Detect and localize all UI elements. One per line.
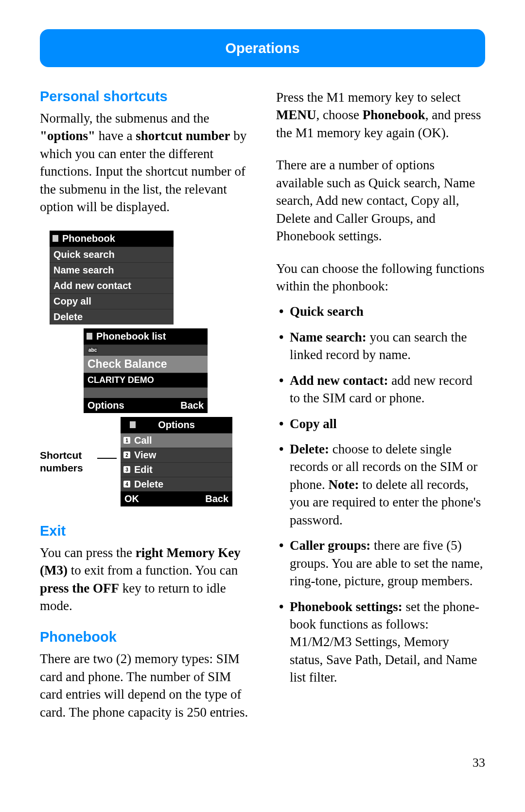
softkeys-bar: Options Back [84,398,208,413]
left-column: Personal shortcuts Normally, the submenu… [40,89,249,736]
para-following-functions: You can choose the following functions w… [276,260,485,295]
heading-personal-shortcuts: Personal shortcuts [40,89,249,105]
screen-title: Phonebook [62,233,115,244]
shortcut-number: 2 [123,451,130,458]
shortcut-number: 4 [123,481,130,487]
option-label: Edit [134,464,153,475]
sim-icon [130,421,136,428]
softkey-right: Back [180,400,204,411]
option-label: Delete [134,479,163,490]
softkey-left: OK [124,493,139,505]
text: , choose [316,108,363,122]
list-item: Delete: choose to delete single records … [276,440,485,529]
input-mode-icon: abc [88,347,98,353]
text: You can press the [40,545,136,560]
list-item: Phonebook settings: set the phone-book f… [276,598,485,686]
menu-item: Name search [50,262,174,278]
softkey-right: Back [205,493,228,505]
softkey-left: Options [88,400,124,411]
feature-list: Quick search Name search: you can search… [276,303,485,686]
text-bold: Phonebook [363,108,425,122]
phone-screen-options: Options 1 Call 2 View 3 Edit [121,417,232,506]
callout-line: numbers [40,462,83,473]
para-exit: You can press the right Memory Key (M3) … [40,544,249,615]
list-item-selected: Check Balance [84,355,208,373]
sim-icon [52,235,58,242]
para-press-m1: Press the M1 memory key to select MENU, … [276,89,485,142]
text-bold: Caller groups: [290,538,370,553]
text-bold: shortcut number [136,128,230,143]
option-row: 3 Edit [121,462,232,477]
list-spacer [84,387,208,398]
right-column: Press the M1 memory key to select MENU, … [276,89,485,736]
text: have a [95,128,136,143]
text-bold: Add new contact: [290,373,388,388]
text-bold: Quick search [290,304,364,319]
text: Normally, the submenus and the [40,111,209,126]
header-title: Operations [225,40,299,56]
list-item: Caller groups: there are five (5) groups… [276,537,485,590]
text-bold: Delete: [290,442,329,456]
page: Operations Personal shortcuts Normally, … [0,0,525,736]
list-item: Add new contact: add new record to the S… [276,372,485,407]
callout-label: Shortcut numbers [40,449,93,473]
screen-title-bar: Phonebook [50,231,174,247]
option-row-selected: 1 Call [121,433,232,448]
phone-screen-phonebook: Phonebook Quick search Name search Add n… [50,231,174,325]
screen-title-bar: Phonebook list [84,328,208,344]
text-bold: MENU [276,108,316,122]
phone-screen-phonebook-list: Phonebook list abc Check Balance CLARITY… [84,328,208,413]
para-options-available: There are a number of options available … [276,156,485,245]
screen-with-callout: Shortcut numbers Options 1 Call [40,417,249,506]
sim-icon [87,333,92,340]
softkeys-bar: OK Back [121,491,232,506]
screen-title: Options [158,419,195,431]
text-bold: Name search: [290,330,367,344]
list-item: Quick search [276,303,485,320]
option-row: 4 Delete [121,477,232,491]
content-columns: Personal shortcuts Normally, the submenu… [40,89,485,736]
option-label: Call [134,435,152,446]
list-item: Name search: you can search the linked r… [276,328,485,364]
list-item: CLARITY DEMO [84,373,208,387]
menu-item: Delete [50,309,174,325]
search-input-row: abc [84,344,208,355]
text: to exit from a function. You can [68,563,238,577]
callout-connector [97,458,117,459]
text-bold: press the OFF [40,581,119,595]
phone-screens-illustration: Phonebook Quick search Name search Add n… [40,231,249,506]
text-bold: Copy all [290,416,337,431]
screen-title: Phonebook list [96,331,166,342]
text-bold: Note: [328,477,359,492]
para-personal-shortcuts: Normally, the submenus and the "options"… [40,109,249,216]
shortcut-number: 1 [123,437,130,444]
option-row: 2 View [121,448,232,462]
menu-item: Copy all [50,293,174,309]
heading-phonebook: Phonebook [40,629,249,645]
option-label: View [134,450,156,461]
text: Press the M1 memory key to select [276,90,460,105]
list-item: Copy all [276,415,485,433]
text-bold: "options" [40,128,95,143]
header-bar: Operations [40,29,485,67]
menu-item: Quick search [50,247,174,262]
shortcut-number: 3 [123,466,130,473]
page-number: 33 [472,756,485,770]
para-phonebook: There are two (2) memory types: SIM card… [40,650,249,721]
heading-exit: Exit [40,523,249,539]
text-bold: Phonebook settings: [290,599,402,614]
screen-title-bar: Options [121,417,232,433]
callout-line: Shortcut [40,450,82,461]
menu-item: Add new contact [50,278,174,293]
